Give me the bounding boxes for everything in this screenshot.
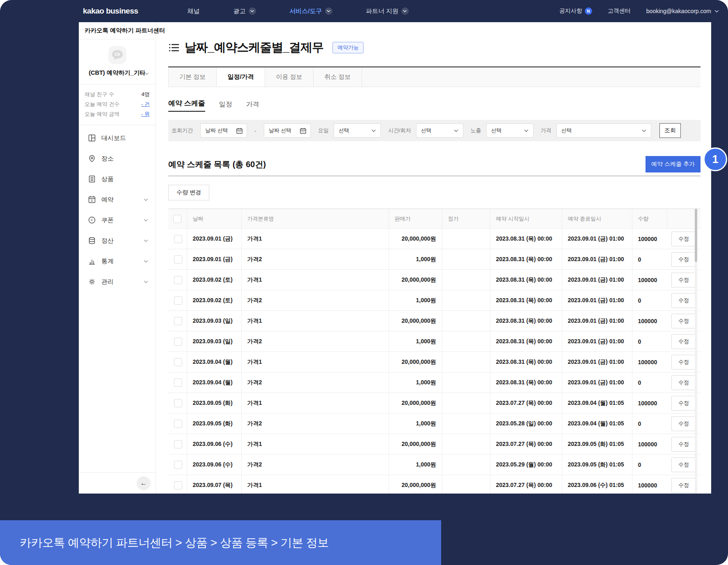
stat-value[interactable]: 4명 <box>142 91 150 98</box>
channel-profile: Ch (CBT) 예약하기_기타 <box>79 39 156 85</box>
edit-button[interactable]: 수정 <box>671 375 696 390</box>
topnav-item-label: 채널 <box>188 7 200 15</box>
edit-button[interactable]: 수정 <box>671 273 696 287</box>
breadcrumb: 카카오톡 예약하기 파트너센터 > 상품 > 상품 등록 > 기본 정보 <box>20 535 329 551</box>
date-to-input[interactable]: 날짜 선택 <box>264 124 311 138</box>
subtab[interactable]: 예약 스케줄 <box>168 99 205 112</box>
tab[interactable]: 이용 정보 <box>265 67 314 87</box>
tab[interactable]: 기본 정보 <box>168 67 217 87</box>
app-window: 카카오톡 예약하기 파트너센터 Ch (CBT) 예약하기_기타 채널 친구 수… <box>79 22 711 494</box>
filter-select[interactable]: 선택 <box>556 124 651 138</box>
stat-row: 채널 친구 수 4명 <box>85 90 150 99</box>
filter-select[interactable]: 선택 <box>334 124 381 138</box>
row-checkbox[interactable] <box>174 338 182 346</box>
row-checkbox[interactable] <box>174 461 182 469</box>
change-quantity-button[interactable]: 수량 변경 <box>168 185 209 200</box>
scrollbar-thumb[interactable] <box>695 209 697 262</box>
topnav-item[interactable]: 광고 <box>234 7 256 15</box>
select-all-checkbox[interactable] <box>173 215 181 223</box>
date-from-input[interactable]: 날짜 선택 <box>200 124 247 138</box>
row-checkbox[interactable] <box>174 255 182 264</box>
cell-start: 2023.07.27 (목) 00:00 <box>490 434 562 455</box>
cell-date: 2023.09.04 (월) <box>187 352 241 372</box>
row-checkbox[interactable] <box>174 235 182 243</box>
subtab[interactable]: 일정 <box>219 100 232 112</box>
filter-select[interactable]: 선택 <box>486 124 533 138</box>
row-checkbox-cell <box>168 455 187 475</box>
cell-end: 2023.09.01 (금) 01:00 <box>562 372 632 393</box>
new-badge: N <box>585 7 592 15</box>
row-checkbox[interactable] <box>174 358 182 366</box>
stat-row: 오늘 예약 금액 - 원 <box>85 109 150 119</box>
help-center-link[interactable]: 고객센터 <box>608 7 631 15</box>
partner-center-title: 카카오톡 예약하기 파트너센터 <box>79 22 156 39</box>
svg-text:Ch: Ch <box>114 52 120 57</box>
table-row: 2023.09.06 (수) 가격2 1,000원 2023.05.29 (월)… <box>168 455 701 475</box>
list-icon <box>168 42 180 53</box>
column-header: 날짜 <box>187 209 241 229</box>
edit-button[interactable]: 수정 <box>671 457 696 472</box>
cell-end: 2023.09.01 (금) 01:00 <box>562 229 632 249</box>
filter-select-value: 선택 <box>421 127 432 134</box>
cell-qty: 100000 <box>632 393 667 413</box>
edit-button[interactable]: 수정 <box>671 416 696 431</box>
sidebar-item[interactable]: 장소 <box>79 148 156 169</box>
sidebar-item[interactable]: 상품 <box>79 169 156 189</box>
chevron-down-icon <box>371 129 376 132</box>
cell-start: 2023.08.31 (목) 00:00 <box>490 249 562 270</box>
topnav-item[interactable]: 파트너 지원 <box>366 7 409 15</box>
cell-date: 2023.09.02 (토) <box>187 290 241 311</box>
row-checkbox[interactable] <box>174 317 182 325</box>
cell-list-price <box>442 372 490 393</box>
caption-bar: 카카오톡 예약하기 파트너센터 > 상품 > 상품 등록 > 기본 정보 <box>0 520 441 565</box>
chevron-down-icon <box>642 129 646 132</box>
row-checkbox[interactable] <box>174 379 182 387</box>
notice-link[interactable]: 공지사항 N <box>559 7 592 15</box>
row-checkbox[interactable] <box>174 296 182 305</box>
edit-button[interactable]: 수정 <box>671 334 696 349</box>
channel-name[interactable]: (CBT) 예약하기_기타 <box>79 69 156 77</box>
notice-label: 공지사항 <box>559 7 582 15</box>
row-checkbox[interactable] <box>174 440 182 448</box>
stat-value[interactable]: - 건 <box>141 101 150 108</box>
stat-value[interactable]: - 원 <box>141 110 150 118</box>
edit-button[interactable]: 수정 <box>671 355 696 370</box>
sidebar-item[interactable]: 대시보드 <box>79 128 156 148</box>
edit-button[interactable]: 수정 <box>671 478 696 493</box>
edit-button[interactable]: 수정 <box>671 437 696 452</box>
search-button[interactable]: 조회 <box>659 123 681 138</box>
cell-price-name: 가격1 <box>241 270 389 290</box>
sidebar-menu: 대시보드 장소 <box>79 125 156 292</box>
edit-button[interactable]: 수정 <box>671 293 696 308</box>
sidebar-item[interactable]: 통계 <box>79 251 156 271</box>
cell-sale-price: 1,000원 <box>389 372 442 393</box>
row-checkbox[interactable] <box>174 420 182 428</box>
tab[interactable]: 취소 정보 <box>314 67 362 87</box>
schedule-table: 날짜 가격분류명 판매가 정가 예약 시작일시 예약 종료일시 <box>168 209 701 494</box>
edit-button[interactable]: 수정 <box>671 314 696 328</box>
sidebar-item[interactable]: 관리 <box>79 271 156 292</box>
sidebar-item[interactable]: 31 예약 <box>79 189 156 210</box>
topnav-item[interactable]: 서비스/도구 <box>290 7 332 15</box>
topnav-item[interactable]: 채널 <box>188 7 200 15</box>
sidebar-item[interactable]: P 쿠폰 <box>79 210 156 230</box>
table-row: 2023.09.03 (일) 가격2 1,000원 2023.08.31 (목)… <box>168 331 701 352</box>
filter-select[interactable]: 선택 <box>416 124 463 138</box>
edit-button[interactable]: 수정 <box>671 252 696 267</box>
cell-date: 2023.09.03 (일) <box>187 311 241 331</box>
add-schedule-button[interactable]: 예약 스케줄 추가 <box>646 156 701 172</box>
row-checkbox[interactable] <box>174 276 182 284</box>
chevron-down-icon <box>325 7 332 15</box>
tab[interactable]: 일정/가격 <box>217 67 265 87</box>
table-scrollbar[interactable] <box>695 209 697 494</box>
edit-button[interactable]: 수정 <box>671 232 696 246</box>
row-checkbox[interactable] <box>174 399 182 407</box>
sidebar-item[interactable]: 정산 <box>79 230 156 251</box>
edit-button[interactable]: 수정 <box>671 396 696 411</box>
account-menu[interactable]: booking@kakaocorp.com <box>646 8 719 14</box>
cell-end: 2023.09.04 (월) 01:05 <box>562 393 632 413</box>
sidebar-collapse-button[interactable]: ← <box>137 476 151 490</box>
table-row: 2023.09.01 (금) 가격1 20,000,000원 2023.08.3… <box>168 229 701 249</box>
row-checkbox[interactable] <box>174 481 182 489</box>
subtab[interactable]: 가격 <box>246 100 259 112</box>
